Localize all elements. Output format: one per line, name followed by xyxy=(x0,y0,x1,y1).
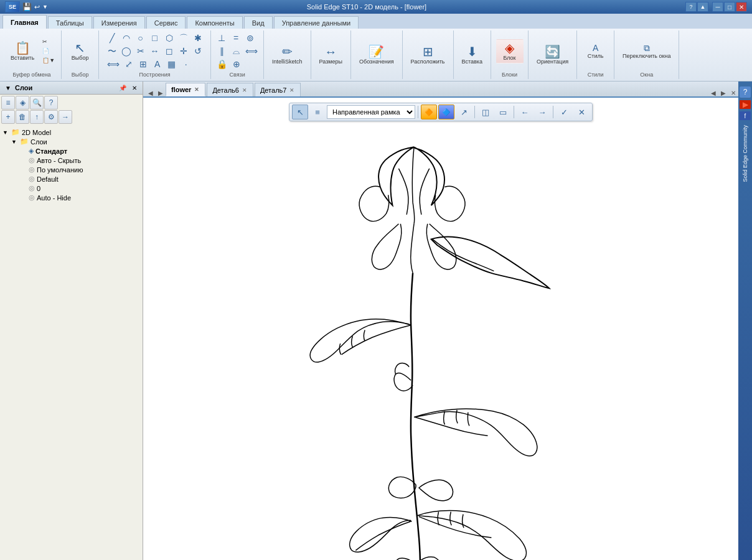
undo-quick-btn[interactable]: ↩ xyxy=(34,3,40,11)
paste-button[interactable]: 📋 Вставить xyxy=(6,39,39,63)
tab-view[interactable]: Вид xyxy=(244,16,273,29)
tree-item-default[interactable]: ◎ Default xyxy=(2,174,140,184)
vtool-help[interactable]: ? xyxy=(44,96,58,110)
prev-btn[interactable]: ← xyxy=(517,105,533,119)
cut-button[interactable]: ✂ xyxy=(40,37,57,46)
select-mode-dropdown[interactable]: Направленная рамка Прямоугольник Произво… xyxy=(327,105,415,119)
right-social-btn[interactable]: f xyxy=(740,111,751,120)
tree-item-autohide2[interactable]: ◎ Auto - Hide xyxy=(2,193,140,202)
tab-dimensions[interactable]: Измерения xyxy=(93,16,145,29)
sel-line-btn[interactable]: ▭ xyxy=(495,105,511,119)
tab-service[interactable]: Сервис xyxy=(146,16,186,29)
rect-btn[interactable]: □ xyxy=(148,32,162,44)
text-btn[interactable]: A xyxy=(151,58,164,70)
lock-btn[interactable]: 🔒 xyxy=(215,58,229,70)
style-button[interactable]: A Стиль xyxy=(582,41,609,62)
scale-btn[interactable]: ⤢ xyxy=(122,58,136,70)
annotations-button[interactable]: 📝 Обозначения xyxy=(355,43,398,67)
tab-detail6-close[interactable]: ✕ xyxy=(242,87,248,93)
select-mode-btn[interactable]: ↖ xyxy=(292,105,308,119)
copy-button[interactable]: 📄 xyxy=(40,47,57,55)
vtool-settings[interactable]: ⚙ xyxy=(44,110,58,124)
filter-btn-1[interactable]: 🔶 xyxy=(421,105,437,119)
parallel-btn[interactable]: ∥ xyxy=(215,45,228,57)
coincident-btn[interactable]: = xyxy=(229,32,243,44)
tree-item-standard[interactable]: ◈ Стандарт xyxy=(2,146,140,156)
rotate-btn[interactable]: ↺ xyxy=(191,45,205,57)
tree-item-auto-hide[interactable]: ◎ Авто - Скрыть xyxy=(2,156,140,165)
layout-button[interactable]: ⊞ Расположить xyxy=(407,43,449,67)
tab-data-management[interactable]: Управление данными xyxy=(274,16,359,29)
concentric-btn[interactable]: ⊚ xyxy=(243,32,257,44)
fix-btn[interactable]: ⊕ xyxy=(230,58,243,70)
vtool-up[interactable]: ↑ xyxy=(30,110,44,124)
filter-btn-2[interactable]: 🔷 xyxy=(438,105,454,119)
switch-windows-button[interactable]: ⧉ Переключить окна xyxy=(618,41,675,62)
panel-menu-btn[interactable]: ▼ xyxy=(2,83,14,93)
tab-components[interactable]: Компоненты xyxy=(187,16,242,29)
insert-button[interactable]: ⬇ Вставка xyxy=(458,43,487,67)
ribbon-collapse-btn[interactable]: ▲ xyxy=(697,2,708,12)
paste-special-button[interactable]: 📋▼ xyxy=(40,56,57,65)
offset-btn[interactable]: ◻ xyxy=(162,45,176,57)
tab-tables[interactable]: Таблицы xyxy=(48,16,92,29)
confirm-btn[interactable]: ✓ xyxy=(556,105,572,119)
vtool-new-layer[interactable]: + xyxy=(1,110,15,124)
vtool-layers[interactable]: ≡ xyxy=(1,96,15,110)
trim-btn[interactable]: ✂ xyxy=(134,45,148,57)
select-list-btn[interactable]: ≡ xyxy=(309,105,326,119)
tab-detail7-close[interactable]: ✕ xyxy=(289,87,295,93)
vtool-export[interactable]: → xyxy=(59,110,72,124)
mirror-btn[interactable]: ⟺ xyxy=(105,58,121,70)
maximize-btn[interactable]: □ xyxy=(724,2,735,12)
tree-item-layers[interactable]: ▼ 📁 Слои xyxy=(2,137,140,146)
move-btn[interactable]: ✛ xyxy=(177,45,190,57)
tab-flower[interactable]: flower ✕ xyxy=(166,83,205,96)
intellisketch-button[interactable]: ✏ IntelliSketch xyxy=(268,43,307,67)
vtool-styles[interactable]: ◈ xyxy=(16,96,29,110)
help-btn[interactable]: ? xyxy=(685,2,697,12)
poly-btn[interactable]: ⬡ xyxy=(162,32,176,44)
arc-btn[interactable]: ◠ xyxy=(120,32,133,44)
tangent-btn[interactable]: ⌓ xyxy=(229,45,243,57)
curve-btn[interactable]: 〜 xyxy=(105,45,119,57)
array-btn[interactable]: ⊞ xyxy=(136,58,150,70)
select-button[interactable]: ↖ Выбор xyxy=(67,39,94,63)
orientation-button[interactable]: 🔄 Ориентация xyxy=(532,43,573,67)
tabs-nav-next[interactable]: ▶ xyxy=(718,90,728,96)
minimize-btn[interactable]: ─ xyxy=(712,2,723,12)
panel-pin-btn[interactable]: 📌 xyxy=(117,83,128,93)
tab-nav-right[interactable]: ▶ xyxy=(156,90,166,96)
cursor-btn[interactable]: ↗ xyxy=(456,105,472,119)
hatch-btn[interactable]: ▦ xyxy=(165,58,179,70)
vtool-delete-layer[interactable]: 🗑 xyxy=(16,110,29,124)
tabs-close-panel[interactable]: ✕ xyxy=(728,90,738,96)
tab-nav-left[interactable]: ◀ xyxy=(146,90,156,96)
tree-item-0[interactable]: ◎ 0 xyxy=(2,184,140,193)
connect-btn[interactable]: ⊥ xyxy=(215,32,228,44)
symmetric-btn[interactable]: ⟺ xyxy=(243,45,260,57)
right-video-btn[interactable]: ▶ xyxy=(740,100,751,109)
quick-access-more[interactable]: ▼ xyxy=(42,4,48,10)
next-btn[interactable]: → xyxy=(534,105,550,119)
fillet-btn[interactable]: ⌒ xyxy=(177,32,190,44)
block-button[interactable]: ◈ Блок xyxy=(496,39,524,63)
sel-rect-btn[interactable]: ◫ xyxy=(477,105,494,119)
vtool-filter[interactable]: 🔍 xyxy=(30,96,44,110)
line-btn[interactable]: ╱ xyxy=(105,32,119,44)
panel-close-btn[interactable]: ✕ xyxy=(129,83,140,93)
extend-btn[interactable]: ↔ xyxy=(148,45,162,57)
tab-detail7[interactable]: Деталь7 ✕ xyxy=(255,83,301,96)
tree-item-2dmodel[interactable]: ▼ 📁 2D Model xyxy=(2,128,140,137)
chamfer-btn[interactable]: ✱ xyxy=(191,32,205,44)
tab-detail6[interactable]: Деталь6 ✕ xyxy=(207,83,253,96)
tabs-nav-prev[interactable]: ◀ xyxy=(708,90,718,96)
right-help-btn[interactable]: ? xyxy=(740,86,751,98)
point-btn[interactable]: · xyxy=(179,58,193,70)
tab-home[interactable]: Главная xyxy=(2,15,47,29)
right-community-label[interactable]: Solid Edge Community xyxy=(742,123,748,185)
tab-flower-close[interactable]: ✕ xyxy=(194,86,200,93)
circle-btn[interactable]: ○ xyxy=(134,32,148,44)
close-btn[interactable]: ✕ xyxy=(736,2,747,12)
dimensions-button[interactable]: ↔ Размеры xyxy=(315,43,347,67)
